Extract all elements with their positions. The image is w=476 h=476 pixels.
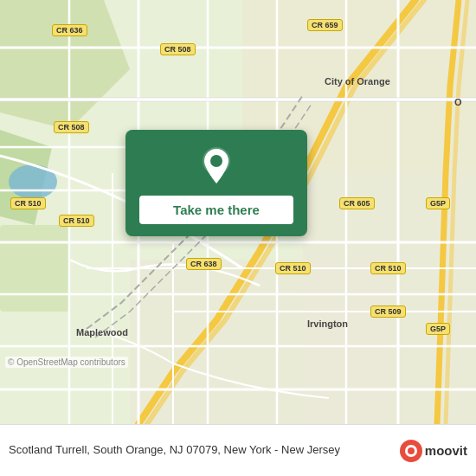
location-pin-icon	[196, 145, 237, 187]
copyright-text: © OpenStreetMap contributors	[5, 357, 128, 368]
road-label-cr508a: CR 508	[160, 43, 196, 55]
road-label-gsp2: G5P	[426, 323, 450, 335]
moovit-logo: moovit	[399, 439, 467, 463]
road-label-cr510d: CR 510	[59, 215, 94, 227]
city-label-o: O	[454, 97, 462, 107]
road-label-cr636: CR 636	[52, 24, 87, 36]
moovit-icon	[399, 439, 423, 463]
road-label-cr605: CR 605	[339, 197, 375, 209]
bottom-bar: Scotland Turrell, South Orange, NJ 07079…	[0, 424, 476, 476]
city-label-orange: City of Orange	[325, 76, 390, 87]
map-container: CR 636 CR 508 CR 659 CR 508 CR 510 CR 63…	[0, 0, 476, 424]
svg-rect-5	[130, 260, 389, 424]
svg-point-27	[210, 155, 222, 167]
city-label-irvington: Irvington	[307, 318, 348, 329]
road-label-cr659: CR 659	[307, 19, 343, 31]
road-label-cr510b: CR 510	[275, 262, 311, 274]
address-text: Scotland Turrell, South Orange, NJ 07079…	[9, 442, 392, 458]
svg-point-30	[408, 447, 415, 454]
road-label-cr508b: CR 508	[54, 121, 89, 133]
road-label-cr638: CR 638	[186, 258, 222, 270]
moovit-label-text: moovit	[425, 443, 467, 458]
svg-rect-1	[0, 225, 69, 312]
road-label-cr510a: CR 510	[10, 197, 46, 209]
city-label-maplewood: Maplewood	[76, 327, 128, 338]
road-label-cr510c: CR 510	[370, 262, 406, 274]
road-label-cr509: CR 509	[370, 306, 406, 318]
road-label-gsp1: G5P	[426, 197, 450, 209]
take-me-there-button[interactable]: Take me there	[139, 196, 293, 224]
location-card: Take me there	[125, 130, 307, 236]
